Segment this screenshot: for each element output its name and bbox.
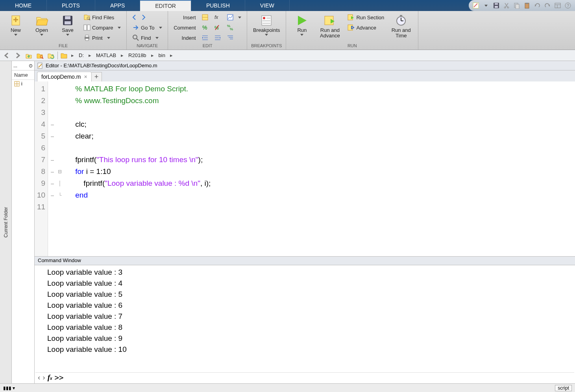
workspace-dropdown-icon[interactable]: ⊙ xyxy=(29,63,33,68)
status-busy-icon: ▮▮▮ ▾ xyxy=(3,385,15,391)
run-time-button[interactable]: Run and Time xyxy=(388,13,414,40)
insert-fx-button[interactable]: fx xyxy=(213,13,223,22)
file-tab-active[interactable]: forLoopDemo.m× xyxy=(37,72,92,81)
indent-right-button[interactable] xyxy=(200,33,210,43)
path-seg-1[interactable]: R2018b xyxy=(128,52,147,58)
breakpoints-button[interactable]: Breakpoints xyxy=(255,13,278,37)
svg-rect-22 xyxy=(87,25,90,30)
nav-arrows[interactable] xyxy=(131,13,164,22)
run-advance-button[interactable]: Run and Advance xyxy=(316,13,344,40)
quick-access-toolbar: ? xyxy=(469,0,575,11)
find-button[interactable]: Find xyxy=(131,33,164,43)
workspace-col-name[interactable]: Name xyxy=(12,70,34,80)
find-files-button[interactable]: Find Files xyxy=(82,13,122,22)
tab-editor[interactable]: EDITOR xyxy=(140,0,191,11)
svg-rect-24 xyxy=(85,35,89,37)
copy-icon[interactable] xyxy=(513,2,521,9)
open-button[interactable]: Open xyxy=(30,13,54,37)
status-mode: script xyxy=(555,385,572,391)
new-button[interactable]: New xyxy=(4,13,28,37)
editor-title-text: Editor - E:\MATLAB\TestingDocs\forLoopDe… xyxy=(46,63,157,68)
cut-icon[interactable] xyxy=(503,2,510,9)
print-button[interactable]: Print xyxy=(82,33,122,43)
up-folder-button[interactable] xyxy=(24,51,33,60)
svg-point-47 xyxy=(263,17,265,19)
current-folder-panel[interactable]: Current Folder xyxy=(0,61,12,383)
svg-text:fx: fx xyxy=(214,15,218,20)
tab-publish[interactable]: PUBLISH xyxy=(191,0,245,11)
editor-titlebar: Editor - E:\MATLAB\TestingDocs\forLoopDe… xyxy=(35,61,575,70)
fx-icon[interactable]: fx xyxy=(48,373,52,382)
command-window[interactable]: Loop variable value : 3Loop variable val… xyxy=(35,265,575,383)
code-editor[interactable]: 1234567891011 –––––– ⊟│└ % MATLAB For lo… xyxy=(35,81,575,257)
ribbon-group-run: Run Run and Advance Run Section Advance … xyxy=(286,11,418,50)
insert-label: Insert xyxy=(181,13,198,22)
svg-rect-40 xyxy=(227,15,233,20)
svg-text:%: % xyxy=(230,27,233,31)
folder-icon xyxy=(60,52,67,59)
layout-icon[interactable] xyxy=(554,2,562,9)
command-window-title: Command Window xyxy=(35,257,575,265)
paste-icon[interactable] xyxy=(523,2,531,9)
insert-chart-button[interactable] xyxy=(225,13,243,22)
ribbon-group-navigate: Go To Find NAVIGATE xyxy=(127,11,168,50)
wrap-comment-button[interactable]: %% xyxy=(225,23,243,32)
tab-home[interactable]: HOME xyxy=(0,0,47,11)
main-tabstrip: HOME PLOTS APPS EDITOR PUBLISH VIEW ? xyxy=(0,0,575,11)
undo-icon[interactable] xyxy=(533,2,541,9)
cmd-back-icon[interactable]: ‹ xyxy=(38,373,40,382)
indent-left-button[interactable] xyxy=(213,33,223,43)
qa-notes-icon[interactable] xyxy=(472,2,480,9)
tab-view[interactable]: VIEW xyxy=(245,0,290,11)
insert-section-button[interactable] xyxy=(200,13,210,22)
svg-text:%: % xyxy=(202,24,207,31)
ribbon-group-file: New Open Save Find Files Compare Print F… xyxy=(0,11,127,50)
workspace-panel: ...⊙ Name i xyxy=(12,61,35,383)
save-button[interactable]: Save xyxy=(56,13,80,37)
svg-rect-2 xyxy=(495,6,498,8)
reload-button[interactable] xyxy=(46,51,55,60)
help-icon[interactable]: ? xyxy=(564,2,572,9)
address-bar: ▸ D: ▸ MATLAB ▸ R2018b ▸ bin ▸ xyxy=(0,50,575,61)
tab-apps[interactable]: APPS xyxy=(95,0,140,11)
editor-doc-icon xyxy=(37,63,43,69)
redo-icon[interactable] xyxy=(544,2,551,9)
indent-label: Indent xyxy=(180,33,197,43)
workspace-var-i[interactable]: i xyxy=(12,80,34,87)
tab-plots[interactable]: PLOTS xyxy=(47,0,95,11)
advance-button[interactable]: Advance xyxy=(346,23,386,32)
svg-rect-21 xyxy=(84,25,87,30)
svg-line-20 xyxy=(89,19,90,20)
run-section-button[interactable]: Run Section xyxy=(346,13,386,22)
svg-rect-3 xyxy=(495,3,498,5)
forward-button[interactable] xyxy=(13,51,22,60)
qa-dropdown-icon[interactable] xyxy=(482,2,490,9)
path-drive[interactable]: D: xyxy=(78,52,85,58)
path-seg-0[interactable]: MATLAB xyxy=(95,52,117,58)
cmd-fwd-icon[interactable]: › xyxy=(43,373,45,382)
path-seg-2[interactable]: bin xyxy=(158,52,166,58)
svg-text:?: ? xyxy=(567,3,569,8)
svg-rect-9 xyxy=(526,3,528,4)
new-tab-button[interactable]: + xyxy=(92,72,102,81)
ribbon-group-edit: Insert Comment Indent % fx % %% EDIT xyxy=(168,11,247,50)
uncomment-button[interactable]: % xyxy=(213,23,223,32)
smart-indent-button[interactable] xyxy=(225,33,243,43)
close-tab-icon[interactable]: × xyxy=(84,74,87,80)
svg-rect-10 xyxy=(555,3,560,8)
workspace-menu[interactable]: ... xyxy=(13,63,17,68)
svg-rect-53 xyxy=(348,25,353,30)
svg-rect-7 xyxy=(516,4,519,9)
ribbon: New Open Save Find Files Compare Print F… xyxy=(0,11,575,50)
goto-button[interactable]: Go To xyxy=(131,23,164,32)
svg-rect-18 xyxy=(65,16,70,19)
svg-rect-57 xyxy=(400,15,402,16)
svg-line-59 xyxy=(42,57,43,59)
run-button[interactable]: Run xyxy=(290,13,314,37)
comment-percent-button[interactable]: % xyxy=(200,23,210,32)
cmd-prompt: >> xyxy=(55,373,64,382)
back-button[interactable] xyxy=(2,51,11,60)
save-icon[interactable] xyxy=(492,2,500,9)
browse-button[interactable] xyxy=(35,51,44,60)
compare-button[interactable]: Compare xyxy=(82,23,122,32)
